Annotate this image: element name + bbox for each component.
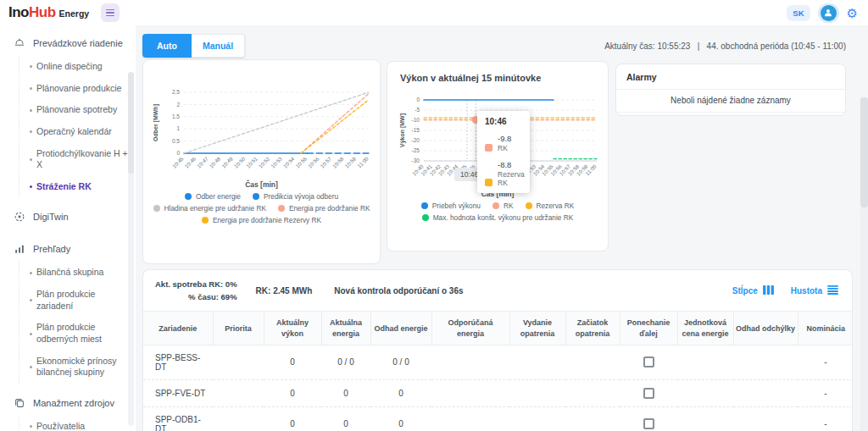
odber-chart-card: 00.511.522.510:4510:4610:4710:4810:4910:… — [142, 59, 381, 264]
columns-button[interactable]: Stĺpce — [732, 285, 774, 296]
legend-item[interactable]: Priebeh výkonu — [421, 202, 481, 210]
sidebar-item-operacny-kalendar[interactable]: Operačný kalendár — [19, 121, 136, 143]
sidebar-section-label: Manažment zdrojov — [33, 398, 114, 408]
sidebar-section-prehlady[interactable]: Prehľady — [0, 236, 136, 262]
table-row: SPP-BESS-DT 0 0 / 0 0 / 0 - — [143, 345, 853, 379]
sidebar-item-pouzivatelia[interactable]: Používatelia — [19, 416, 136, 431]
column-header[interactable]: Odhad odchýlky — [733, 312, 798, 345]
auto-mode-button[interactable]: Auto — [142, 34, 192, 58]
column-header[interactable]: Aktuálna energia — [321, 312, 370, 345]
table-row: SPP-FVE-DT 0 0 0 - — [143, 379, 853, 406]
table-cell — [733, 406, 798, 431]
legend-item[interactable]: Energia pre dodržanie RK — [278, 204, 370, 213]
table-cell — [565, 345, 620, 379]
table-header-row: Zariadenie Priorita Aktuálny výkon Aktuá… — [143, 312, 853, 345]
sidebar-item-planovanie-produkcie[interactable]: Plánovanie produkcie — [19, 78, 136, 100]
table-cell — [213, 379, 264, 406]
svg-text:-5: -5 — [415, 107, 420, 113]
sidebar-item-plan-produkcie-zariadeni[interactable]: Plán produkcie zariadení — [19, 284, 136, 317]
sidebar-item-bilancna-skupina[interactable]: Bilančná skupina — [19, 262, 136, 284]
stat-time-percent: % času: 69% — [155, 291, 237, 304]
column-header[interactable]: Odhad energie — [370, 312, 431, 345]
svg-text:10:53: 10:53 — [270, 155, 283, 169]
legend-item[interactable]: Predikcia vývoja odberu — [253, 192, 338, 201]
table-cell: 0 / 0 — [321, 345, 370, 379]
column-header[interactable]: Jednotková cena energie — [677, 312, 733, 345]
keep-checkbox[interactable] — [643, 388, 654, 399]
rk-consumption-stats: Akt. spotreba RK: 0% % času: 69% — [155, 279, 237, 303]
sidebar-scrollbar[interactable] — [128, 72, 134, 426]
column-header[interactable]: Ponechanie ďalej — [620, 312, 677, 345]
cards-row: 00.511.522.510:4510:4610:4710:4810:4910:… — [136, 59, 868, 264]
alarms-empty-message: Neboli nájdené žiadne záznamy — [616, 90, 845, 113]
sidebar-item-online-dispecing[interactable]: Online dispečing — [19, 56, 136, 78]
topbar-actions: SK ⚙ — [787, 3, 858, 23]
table-cell — [620, 406, 677, 431]
table-cell: - — [798, 345, 853, 379]
main-scrollbar[interactable] — [860, 97, 868, 431]
table-cell — [677, 406, 733, 431]
sidebar-section-label: Prevádzkové riadenie — [33, 38, 123, 48]
sidebar-section-manazment-zdrojov[interactable]: Manažment zdrojov — [0, 390, 136, 416]
settings-gear-icon[interactable]: ⚙ — [847, 7, 858, 19]
sidebar-item-ekonomicke-prinosy[interactable]: Ekonomické prínosy bilančnej skupiny — [19, 351, 128, 384]
column-header[interactable]: Vydanie opatrenia — [509, 312, 565, 345]
legend-dot — [253, 193, 259, 200]
column-header[interactable]: Odporúčaná energia — [431, 312, 509, 345]
svg-text:0.5: 0.5 — [172, 138, 180, 144]
keep-checkbox[interactable] — [643, 356, 654, 367]
sidebar-section-prevadzkove-riadenie[interactable]: Prevádzkové riadenie — [0, 30, 136, 56]
tooltip-entry: -9.8 RK — [485, 134, 522, 152]
column-header[interactable]: Aktuálny výkon — [264, 312, 321, 345]
legend-item[interactable]: Energia pre dodržanie Rezervy RK — [202, 216, 321, 224]
sidebar-item-strazenie-rk[interactable]: Stráženie RK — [19, 176, 136, 198]
menu-toggle-button[interactable] — [101, 3, 120, 22]
logo-text-energy: Energy — [59, 8, 90, 19]
table-cell — [213, 406, 264, 431]
chart1-xaxis-title: Čas [min] — [150, 180, 373, 189]
top-bar: InoHub Energy SK ⚙ — [0, 0, 868, 25]
table-cell — [509, 345, 565, 379]
logo-text-hub: Hub — [29, 4, 56, 21]
keep-checkbox[interactable] — [643, 418, 654, 429]
legend-dot — [202, 217, 209, 224]
density-button[interactable]: Hustota — [791, 285, 838, 296]
column-header[interactable]: Zariadenie — [143, 312, 213, 345]
mode-toolbar: Auto Manuál Aktuálny čas: 10:55:23 | 44.… — [136, 25, 868, 59]
user-avatar[interactable] — [818, 3, 839, 23]
table-cell — [620, 379, 677, 406]
legend-dot — [185, 193, 192, 200]
svg-text:10:52: 10:52 — [258, 155, 271, 169]
manual-mode-button[interactable]: Manuál — [192, 34, 245, 58]
chart2-legend-row: Max. hodnota konšt. výkonu pre udržanie … — [397, 213, 598, 222]
reports-icon — [14, 243, 25, 255]
column-header[interactable]: Nominácia — [798, 312, 853, 345]
svg-text:10:57: 10:57 — [319, 155, 332, 169]
legend-item[interactable]: Rezerva RK — [526, 202, 575, 210]
legend-item[interactable]: Max. hodnota konšt. výkonu pre udržanie … — [422, 213, 574, 222]
table-cell — [565, 379, 620, 406]
legend-item[interactable]: Odber energie — [185, 192, 241, 201]
svg-text:10:51: 10:51 — [245, 155, 259, 169]
cell-device: SPP-BESS-DT — [143, 345, 213, 379]
column-header[interactable]: Priorita — [213, 312, 264, 345]
sidebar-section-digitwin[interactable]: DigiTwin — [0, 204, 136, 229]
legend-item[interactable]: Hladina energie pre udržanie RK — [153, 204, 266, 213]
cell-device: SPP-ODB1-DT — [143, 406, 213, 431]
app-root: InoHub Energy SK ⚙ — [0, 0, 868, 431]
recommendations-panel: Akt. spotreba RK: 0% % času: 69% RK: 2.4… — [142, 269, 853, 431]
sidebar-item-plan-produkcie-odbernych-miest[interactable]: Plán produkcie odberných miest — [19, 317, 128, 350]
sidebar: Prevádzkové riadenie Online dispečing Pl… — [0, 25, 136, 431]
table-cell: 0 — [370, 406, 431, 431]
column-header[interactable]: Začiatok opatrenia — [565, 312, 620, 345]
density-icon — [827, 285, 838, 296]
svg-text:-20: -20 — [412, 137, 420, 143]
sidebar-item-protiodchylkovanie[interactable]: Protiodchýlkovanie H + X — [19, 143, 136, 176]
legend-item[interactable]: RK — [492, 202, 514, 210]
stat-next-check: Nová kontrola odporúčaní o 36s — [334, 286, 463, 296]
sidebar-item-planovanie-spotreby[interactable]: Plánovanie spotreby — [19, 99, 136, 121]
table-cell: 0 — [321, 406, 370, 431]
svg-text:Odber [MWh]: Odber [MWh] — [153, 104, 159, 141]
language-button[interactable]: SK — [787, 5, 810, 21]
svg-text:10:49: 10:49 — [220, 155, 234, 169]
